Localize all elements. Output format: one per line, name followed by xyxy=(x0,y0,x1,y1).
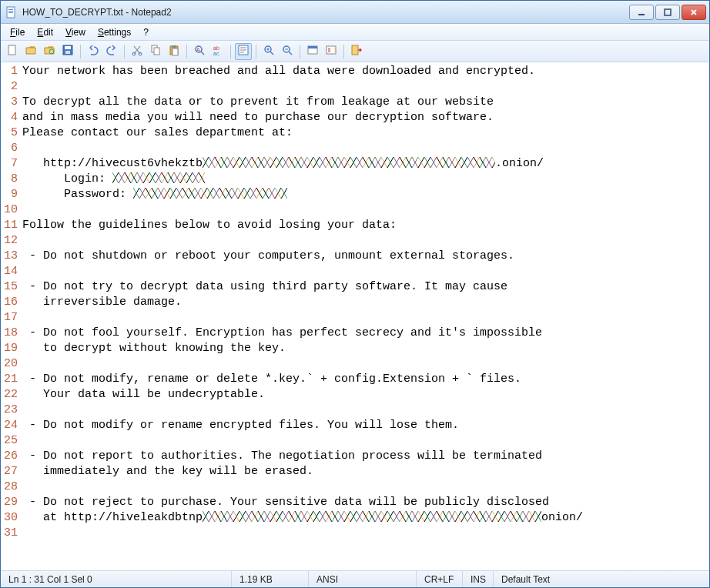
new-button[interactable] xyxy=(4,43,21,60)
find-button[interactable]: A xyxy=(191,43,208,60)
text-line: immediately and the key will be erased. xyxy=(22,464,706,479)
text-line xyxy=(22,403,706,418)
menu-edit[interactable]: Edit xyxy=(31,25,59,39)
zoom-out-icon xyxy=(281,44,293,58)
svg-rect-9 xyxy=(65,46,71,49)
svg-rect-27 xyxy=(327,46,336,54)
status-size: 1.19 KB xyxy=(232,571,309,587)
exit-icon xyxy=(350,44,363,58)
menu-help[interactable]: ? xyxy=(137,25,155,39)
text-line: and in mass media you will need to purch… xyxy=(22,110,706,125)
text-line: Your network has been breached and all d… xyxy=(22,64,706,79)
svg-rect-6 xyxy=(8,45,15,55)
svg-rect-17 xyxy=(172,48,178,55)
titlebar: HOW_TO_DECRYPT.txt - Notepad2 xyxy=(1,1,709,24)
statusbar: Ln 1 : 31 Col 1 Sel 0 1.19 KB ANSI CR+LF… xyxy=(1,570,709,587)
svg-text:A: A xyxy=(196,47,200,52)
redacted-text xyxy=(112,172,205,183)
close-button[interactable] xyxy=(682,5,706,20)
browse-button[interactable] xyxy=(41,43,58,60)
minimize-button[interactable] xyxy=(629,5,654,20)
text-line: Follow the guidelines below to avoid los… xyxy=(22,218,706,233)
wordwrap-button[interactable] xyxy=(235,43,252,60)
svg-rect-2 xyxy=(8,11,13,12)
text-line: Your data will be undecryptable. xyxy=(22,387,706,403)
scheme-button[interactable] xyxy=(304,43,321,60)
maximize-button[interactable] xyxy=(655,5,680,20)
app-window: HOW_TO_DECRYPT.txt - Notepad2 File Edit … xyxy=(0,0,710,588)
zoom-in-button[interactable] xyxy=(260,43,277,60)
svg-rect-10 xyxy=(65,51,70,54)
open-icon xyxy=(25,44,37,58)
redacted-text xyxy=(203,511,541,522)
browse-icon xyxy=(43,44,55,58)
text-line: at http://hiveleakdbtnponion/ xyxy=(22,510,706,526)
text-line xyxy=(22,264,706,279)
svg-rect-5 xyxy=(665,9,671,15)
status-ins: INS xyxy=(463,571,494,587)
toolbar-separator xyxy=(300,45,300,58)
undo-icon xyxy=(87,44,99,58)
save-button[interactable] xyxy=(59,43,76,60)
zoom-in-icon xyxy=(263,44,275,58)
status-eol: CR+LF xyxy=(417,571,463,587)
paste-button[interactable] xyxy=(166,43,183,60)
text-line: Password: xyxy=(22,187,706,202)
toolbar: Aabac xyxy=(1,41,709,62)
text-line xyxy=(22,202,706,218)
copy-icon xyxy=(149,44,162,58)
menu-settings[interactable]: Settings xyxy=(92,25,137,39)
svg-rect-26 xyxy=(308,46,317,48)
editor: 1234567891011121314151617181920212223242… xyxy=(1,62,709,570)
toolbar-separator xyxy=(186,45,187,58)
text-line xyxy=(22,310,706,326)
redo-button[interactable] xyxy=(103,43,120,60)
text-line: irreversible damage. xyxy=(22,295,706,310)
replace-button[interactable]: abac xyxy=(209,43,226,60)
window-title: HOW_TO_DECRYPT.txt - Notepad2 xyxy=(22,7,629,18)
svg-rect-16 xyxy=(172,45,176,48)
status-syntax: Default Text xyxy=(494,571,709,587)
zoom-out-button[interactable] xyxy=(279,43,296,60)
text-area[interactable]: Your network has been breached and all d… xyxy=(22,62,709,570)
text-line: - Do not report to authorities. The nego… xyxy=(22,449,706,464)
text-line: Please contact our sales department at: xyxy=(22,125,706,141)
settings-icon xyxy=(325,44,337,58)
svg-rect-28 xyxy=(352,45,358,55)
menu-file[interactable]: File xyxy=(4,25,31,39)
text-line: - Do not try to decrypt data using third… xyxy=(22,279,706,295)
cut-button[interactable] xyxy=(129,43,146,60)
window-buttons xyxy=(629,5,706,20)
redacted-text xyxy=(203,157,495,168)
redo-icon xyxy=(105,44,118,58)
svg-rect-4 xyxy=(638,14,645,15)
open-button[interactable] xyxy=(22,43,39,60)
exit-button[interactable] xyxy=(348,43,365,60)
text-line: - Do not shutdown or reboot your compute… xyxy=(22,249,706,264)
text-line: - Do not modify, rename or delete *.key.… xyxy=(22,372,706,387)
save-icon xyxy=(62,44,74,58)
svg-rect-14 xyxy=(154,48,159,55)
svg-text:ac: ac xyxy=(213,51,219,56)
text-line: - Do not modify or rename encrypted file… xyxy=(22,418,706,433)
text-line: To decrypt all the data or to prevent it… xyxy=(22,95,706,110)
text-line: to decrypt without knowing the key. xyxy=(22,341,706,356)
text-line: - Do not fool yourself. Encryption has p… xyxy=(22,326,706,341)
scheme-icon xyxy=(306,44,319,58)
menu-view[interactable]: View xyxy=(59,25,92,39)
text-line xyxy=(22,526,706,541)
toolbar-separator xyxy=(256,45,256,58)
text-line xyxy=(22,233,706,249)
toolbar-separator xyxy=(343,45,344,58)
text-line xyxy=(22,356,706,372)
status-encoding: ANSI xyxy=(309,571,417,587)
app-icon xyxy=(5,6,18,18)
copy-button[interactable] xyxy=(147,43,164,60)
toolbar-separator xyxy=(124,45,125,58)
toolbar-separator xyxy=(230,45,231,58)
text-line xyxy=(22,141,706,156)
find-icon: A xyxy=(193,44,206,58)
undo-button[interactable] xyxy=(85,43,102,60)
text-line xyxy=(22,79,706,95)
settings-button[interactable] xyxy=(323,43,340,60)
